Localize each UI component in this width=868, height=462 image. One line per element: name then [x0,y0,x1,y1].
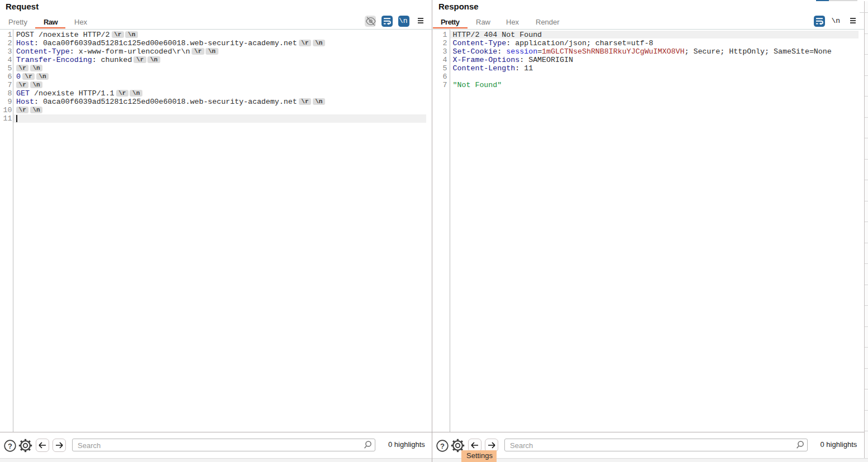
svg-text:?: ? [440,442,445,450]
svg-text:?: ? [8,442,12,450]
